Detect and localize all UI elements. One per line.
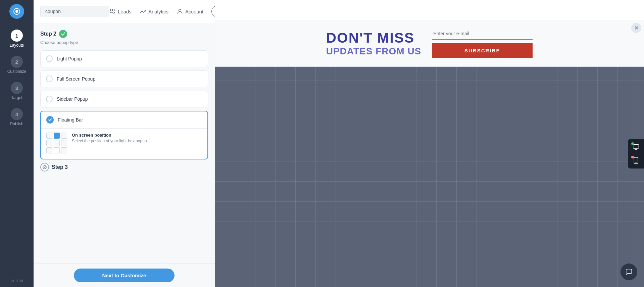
logo-button[interactable] (9, 4, 24, 19)
mobile-status-indicator (631, 156, 634, 158)
device-switcher (628, 139, 644, 169)
sidebar-step-publish[interactable]: 4 Publish (0, 105, 34, 129)
top-bar: Leads Analytics Account SAVE SAVE & PUBL… (34, 0, 215, 23)
light-popup-label: Light Popup (57, 56, 82, 61)
floating-bar-header: Floating Bar (41, 111, 207, 128)
desktop-device-button[interactable] (630, 141, 642, 153)
analytics-label: Analytics (148, 9, 168, 14)
step-4-label: Publish (10, 122, 23, 126)
pos-mid-center[interactable] (54, 140, 60, 146)
position-description: Select the position of your light-box po… (72, 138, 202, 144)
pos-top-center[interactable] (54, 133, 60, 139)
next-to-customize-button[interactable]: Next to Customize (74, 269, 175, 282)
step-4-circle: 4 (11, 108, 23, 120)
step3-header: Step 3 (40, 163, 208, 172)
version-label: v1.3.38 (11, 279, 23, 283)
step3-title: Step 3 (52, 164, 68, 170)
main-panel: Leads Analytics Account SAVE SAVE & PUBL… (34, 0, 215, 287)
account-label: Account (185, 9, 203, 14)
step2-title: Step 2 (40, 31, 56, 37)
pos-bot-center[interactable] (54, 147, 60, 153)
search-input[interactable] (40, 6, 109, 17)
mobile-device-button[interactable] (630, 154, 642, 166)
sidebar-step-layouts[interactable]: 1 Layouts (0, 27, 34, 50)
analytics-nav-item[interactable]: Analytics (140, 8, 168, 15)
popup-email-input[interactable] (432, 28, 533, 40)
floating-bar-option[interactable]: Floating Bar (40, 111, 208, 159)
popup-preview-canvas: DON'T MISS UPDATES FROM US SUBSCRIBE ✕ (215, 20, 644, 287)
pos-bot-right[interactable] (61, 147, 67, 153)
svg-rect-5 (633, 144, 639, 148)
desktop-status-indicator (631, 142, 634, 145)
position-text: On screen position Select the position o… (72, 133, 202, 144)
pos-top-right[interactable] (61, 133, 67, 139)
analytics-icon (140, 8, 146, 15)
account-nav-item[interactable]: Account (177, 8, 203, 15)
popup-updates-text: UPDATES FROM US (326, 46, 422, 57)
step3-circle (40, 163, 49, 172)
svg-point-3 (179, 9, 181, 11)
sidebar: 1 Layouts 2 Customize 3 Target 4 Publish… (0, 0, 34, 287)
preview-area: DON'T MISS UPDATES FROM US SUBSCRIBE ✕ (215, 0, 644, 287)
chat-button[interactable] (621, 264, 637, 280)
leads-label: Leads (118, 9, 132, 14)
position-picker: On screen position Select the position o… (41, 128, 207, 159)
popup-headline: DON'T MISS UPDATES FROM US (326, 30, 422, 57)
step2-subtitle: Choose popup type (40, 40, 208, 45)
pos-top-left[interactable] (46, 133, 52, 139)
full-screen-popup-option[interactable]: Full Screen Popup (40, 70, 208, 87)
popup-subscribe-button[interactable]: SUBSCRIBE (432, 43, 533, 58)
step-3-circle: 3 (11, 82, 23, 94)
leads-nav-item[interactable]: Leads (109, 8, 132, 15)
step-2-circle: 2 (11, 56, 23, 68)
sidebar-step-customize[interactable]: 2 Customize (0, 53, 34, 77)
sidebar-popup-option[interactable]: Sidebar Popup (40, 91, 208, 107)
position-title: On screen position (72, 133, 202, 138)
leads-icon (109, 8, 116, 15)
pos-mid-left[interactable] (46, 140, 52, 146)
popup-form: SUBSCRIBE (432, 28, 533, 58)
step2-check-icon (59, 30, 67, 38)
popup-close-button[interactable]: ✕ (631, 23, 641, 33)
svg-point-2 (110, 9, 113, 11)
step-3-label: Target (11, 95, 22, 100)
save-button[interactable]: SAVE (211, 6, 215, 17)
floating-bar-preview: DON'T MISS UPDATES FROM US SUBSCRIBE ✕ (215, 20, 644, 67)
full-screen-radio (46, 76, 53, 82)
account-icon (177, 8, 183, 15)
popup-dont-miss-text: DON'T MISS (326, 30, 422, 46)
bottom-bar: Next to Customize (34, 264, 215, 287)
step-2-label: Customize (7, 69, 27, 74)
pos-bot-left[interactable] (46, 147, 52, 153)
sidebar-label: Sidebar Popup (57, 96, 88, 102)
pos-mid-right[interactable] (61, 140, 67, 146)
floating-bar-check (46, 116, 54, 124)
svg-point-1 (15, 10, 18, 13)
position-grid (46, 133, 67, 153)
svg-point-9 (636, 162, 636, 163)
floating-bar-label: Floating Bar (58, 117, 83, 123)
step-1-label: Layouts (10, 43, 24, 48)
step2-header: Step 2 (40, 30, 208, 38)
step-1-circle: 1 (11, 30, 23, 42)
sidebar-step-target[interactable]: 3 Target (0, 79, 34, 103)
light-popup-option[interactable]: Light Popup (40, 50, 208, 67)
preview-topbar (215, 0, 644, 20)
full-screen-label: Full Screen Popup (57, 76, 95, 82)
top-nav: Leads Analytics Account SAVE SAVE & PUBL… (109, 3, 215, 19)
sidebar-radio (46, 96, 53, 102)
light-popup-radio (46, 55, 53, 62)
content-area: Step 2 Choose popup type Light Popup Ful… (34, 23, 215, 264)
